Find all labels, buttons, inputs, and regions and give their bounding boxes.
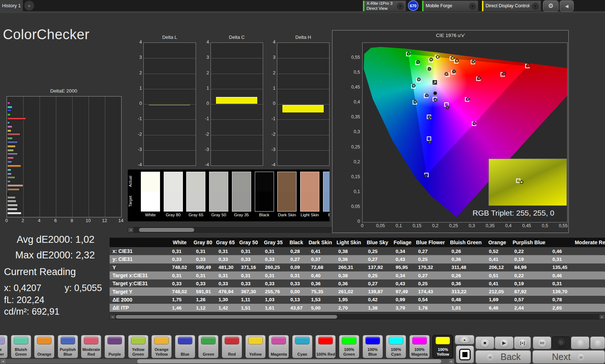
spare-button[interactable] xyxy=(590,336,605,349)
table-cell: 748,02 xyxy=(168,287,192,295)
meter-dropdown[interactable]: X-Rite i1Pro 3 Direct View ▼ xyxy=(363,0,406,12)
patch-button-purple[interactable]: Purple xyxy=(105,335,125,358)
patch-color-chip xyxy=(37,337,52,344)
table-cell: 1,12 xyxy=(192,304,214,312)
cie-measured-purple xyxy=(446,106,449,109)
add-tab-button[interactable]: + xyxy=(24,1,34,11)
y-tick-label: 0,5 xyxy=(340,70,360,75)
settings-button[interactable]: ⚙ xyxy=(543,0,559,12)
patch-button-blue[interactable]: Blue xyxy=(175,335,195,358)
gridline xyxy=(277,74,329,74)
patch-button-cyan[interactable]: Cyan xyxy=(292,335,312,358)
delta-bar xyxy=(148,105,191,106)
patch-button-100-red[interactable]: 100% Red xyxy=(315,335,336,358)
table-cell: 0,33 xyxy=(214,255,237,263)
spare-button[interactable] xyxy=(571,336,589,349)
patch-button-100-green[interactable]: 100% Green xyxy=(339,335,359,358)
next-arrow-icon: » xyxy=(576,352,585,361)
swatch-label: Gray 80 xyxy=(164,213,183,217)
gridline xyxy=(211,135,263,135)
table-cell: 5,00 xyxy=(307,304,334,312)
patch-color-chip xyxy=(365,337,380,344)
patch-button-blue-flower[interactable]: Blue Flower xyxy=(0,335,8,358)
scroll-right-arrow[interactable]: ▸ xyxy=(449,359,454,364)
status-badge: 670 xyxy=(408,0,418,11)
expand-patch-list-button[interactable]: ▲ xyxy=(455,335,474,344)
patch-button-label: Yellow Green xyxy=(129,347,148,356)
range-button[interactable]: [+] xyxy=(514,336,531,349)
scrollbar-thumb[interactable] xyxy=(137,359,441,363)
gridline xyxy=(211,89,263,89)
deltae-bar-dark-skin xyxy=(7,188,20,191)
table-cell: 87,92 xyxy=(510,287,548,295)
history-tab[interactable]: History 1 xyxy=(0,0,23,11)
current-reading-fl: fL: 202,24 xyxy=(4,295,44,305)
y-tick-label: 0,25 xyxy=(340,144,360,150)
table-cell: 0,48 xyxy=(447,296,485,304)
x-tick-label: 0,55 xyxy=(555,223,572,228)
scrollbar-thumb[interactable] xyxy=(116,315,337,319)
patch-button-100-cyan[interactable]: 100% Cyan xyxy=(386,335,406,358)
next-button[interactable]: Next » xyxy=(532,350,605,364)
deltae-bar-gray-35 xyxy=(7,196,16,199)
swatch-label: Gray 35 xyxy=(232,213,251,217)
patch-button-yellow-green[interactable]: Yellow Green xyxy=(128,335,148,358)
collapse-panel-button[interactable]: ◀ xyxy=(560,0,574,12)
chevron-down-icon[interactable]: ▼ xyxy=(397,3,404,10)
table-cell: 2,44 xyxy=(510,304,548,312)
y-tick-label: 4 xyxy=(266,40,275,45)
table-cell: 1,78 xyxy=(414,304,447,312)
refresh-button[interactable]: ↻ xyxy=(552,336,571,349)
table-cell: 97,49 xyxy=(391,287,414,295)
swatch-actual xyxy=(232,172,251,192)
scroll-right-arrow[interactable]: ▸ xyxy=(600,315,605,319)
patch-button-green[interactable]: Green xyxy=(198,335,218,358)
patch-color-chip xyxy=(178,337,192,344)
patch-button-label: Purplish Blue xyxy=(58,347,77,356)
patch-button-yellow[interactable]: Yellow xyxy=(245,335,266,358)
table-cell: 311,48 xyxy=(447,263,485,271)
column-header-white: White xyxy=(168,238,192,247)
table-scrollbar[interactable]: ◂▸ xyxy=(110,314,605,319)
table-row: Target Y748,02591,91476,94367,30255,760,… xyxy=(110,287,605,295)
patch-button-purplish-blue[interactable]: Purplish Blue xyxy=(58,335,78,358)
scroll-left-arrow[interactable]: ◂ xyxy=(128,228,133,232)
back-button[interactable]: « Back xyxy=(475,350,531,364)
scroll-left-arrow[interactable]: ◂ xyxy=(110,315,115,319)
scrollbar-thumb[interactable] xyxy=(139,228,194,232)
scroll-left-arrow[interactable]: ◂ xyxy=(0,359,5,364)
play-button[interactable]: ▶ xyxy=(495,336,514,349)
patch-button-100-magenta[interactable]: 100% Magenta xyxy=(409,335,430,358)
stop-button[interactable]: ■ xyxy=(475,336,494,349)
column-header-blue-sky: Blue Sky xyxy=(364,238,391,247)
y-tick-label: -1 xyxy=(266,116,275,121)
deltae-bar-blue-flower xyxy=(7,173,12,175)
patch-button-red[interactable]: Red xyxy=(222,335,242,358)
patch-button-magenta[interactable]: Magenta xyxy=(269,335,289,358)
patch-button-label: Green xyxy=(199,352,218,356)
y-tick-label: 2 xyxy=(200,70,209,75)
swatch-target xyxy=(187,192,205,211)
chevron-down-icon[interactable]: ▼ xyxy=(469,3,476,10)
display-control-dropdown[interactable]: Direct Display Control ▼ xyxy=(482,0,541,12)
chevron-down-icon[interactable]: ▼ xyxy=(532,3,539,10)
swatch-black xyxy=(255,172,274,212)
patch-button-orange[interactable]: Orange xyxy=(34,335,54,358)
actual-row-label: Actual xyxy=(128,171,134,191)
table-cell: 1,51 xyxy=(237,304,261,312)
table-cell: 0,31 xyxy=(548,255,605,263)
loop-button[interactable]: ∞ xyxy=(533,336,551,349)
patch-row-scrollbar[interactable]: ◂▸ xyxy=(0,359,454,364)
patch-color-chip xyxy=(0,337,5,344)
swatch-strip-scrollbar[interactable]: ◂▸ xyxy=(128,227,345,233)
patch-button-bluish-green[interactable]: Bluish Green xyxy=(11,335,31,358)
patch-button-orange-yellow[interactable]: Orange Yellow xyxy=(151,335,172,358)
table-cell: 0,36 xyxy=(334,255,364,263)
patch-button-100-yellow[interactable]: 100% Yellow xyxy=(433,335,453,358)
table-cell: 0,54 xyxy=(414,296,447,304)
patch-button-100-blue[interactable]: 100% Blue xyxy=(363,335,383,358)
table-cell: 0,46 xyxy=(548,247,605,255)
workflow-dropdown[interactable]: Mobile Forge ▼ xyxy=(422,0,478,12)
patch-button-moderate-red[interactable]: Moderate Red xyxy=(81,335,101,358)
stop-measurement-button[interactable] xyxy=(456,345,474,363)
